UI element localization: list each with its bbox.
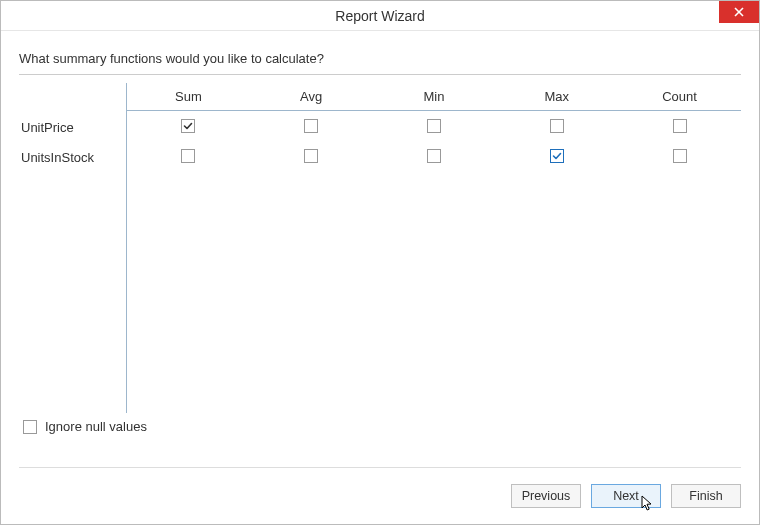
column-header: Min [373,89,496,104]
wizard-footer: Previous Next Finish [1,468,759,524]
checkbox-unitsinstock-count[interactable] [673,149,687,163]
table-row [127,111,741,141]
ignore-null-label: Ignore null values [45,419,147,434]
row-label: UnitPrice [19,113,126,143]
window-title: Report Wizard [335,8,424,24]
close-icon [734,7,744,17]
row-labels-column: UnitPrice UnitsInStock [19,83,127,413]
checkbox-unitsinstock-max[interactable] [550,149,564,163]
button-label: Next [613,489,639,503]
wizard-prompt: What summary functions would you like to… [19,51,741,66]
checkbox-unitprice-sum[interactable] [181,119,195,133]
content-area: What summary functions would you like to… [1,31,759,467]
column-header: Count [618,89,741,104]
titlebar: Report Wizard [1,1,759,31]
ignore-null-row: Ignore null values [19,419,741,434]
cursor-icon [641,495,655,513]
checkbox-unitprice-count[interactable] [673,119,687,133]
checkbox-ignore-null[interactable] [23,420,37,434]
checkbox-matrix: Sum Avg Min Max Count [127,83,741,413]
next-button[interactable]: Next [591,484,661,508]
checkbox-unitprice-max[interactable] [550,119,564,133]
finish-button[interactable]: Finish [671,484,741,508]
row-label: UnitsInStock [19,143,126,173]
report-wizard-window: Report Wizard What summary functions wou… [0,0,760,525]
column-header: Avg [250,89,373,104]
separator [19,74,741,75]
checkbox-unitprice-avg[interactable] [304,119,318,133]
button-label: Previous [522,489,571,503]
checkbox-unitsinstock-min[interactable] [427,149,441,163]
column-header: Max [495,89,618,104]
button-label: Finish [689,489,722,503]
close-button[interactable] [719,1,759,23]
table-row [127,141,741,171]
checkbox-unitsinstock-avg[interactable] [304,149,318,163]
checkbox-unitsinstock-sum[interactable] [181,149,195,163]
summary-grid: UnitPrice UnitsInStock Sum Avg Min Max C… [19,83,741,413]
previous-button[interactable]: Previous [511,484,581,508]
checkbox-unitprice-min[interactable] [427,119,441,133]
column-headers: Sum Avg Min Max Count [127,83,741,111]
column-header: Sum [127,89,250,104]
